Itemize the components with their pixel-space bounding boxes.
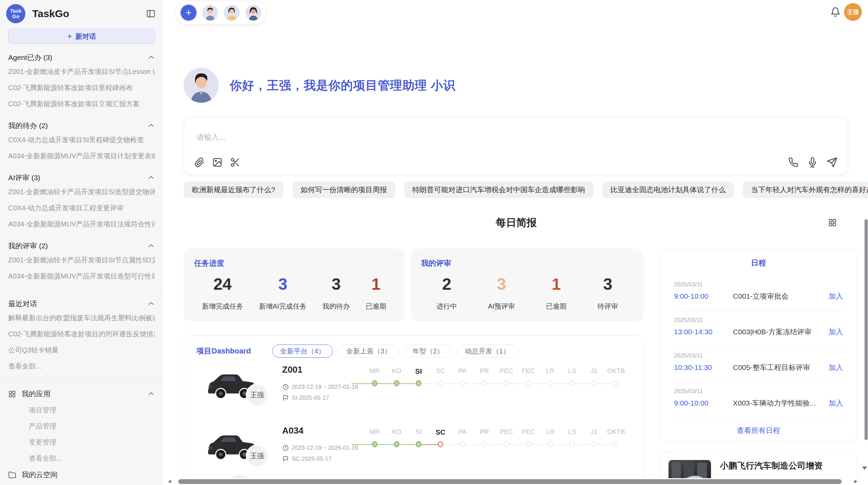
card-title: 我的评审 bbox=[421, 258, 634, 269]
suggestion-chip[interactable]: 当下年轻人对汽车外观有怎样的喜好趋势 bbox=[743, 182, 868, 198]
stat-value: 2 bbox=[436, 275, 457, 294]
sidebar-item[interactable]: C02-飞腾新能源轻客改款项目里程碑画布 bbox=[8, 80, 155, 96]
vertical-scrollbar-thumb[interactable] bbox=[865, 219, 868, 440]
scroll-right-arrow-icon[interactable] bbox=[854, 480, 857, 483]
sidebar-item[interactable]: C0X4-动力总成开发项目SI里程碑提交物检查 bbox=[8, 132, 155, 148]
sidebar-item[interactable]: C02-飞腾新能源轻客改款项目立项汇报方案 bbox=[8, 96, 155, 112]
schedule-title: 日程 bbox=[660, 249, 857, 268]
layout-grid-icon[interactable] bbox=[828, 218, 837, 229]
join-link[interactable]: 加入 bbox=[829, 363, 843, 372]
chevron-up-icon[interactable] bbox=[147, 174, 155, 182]
view-all-apps-link[interactable]: 查看全部... bbox=[29, 450, 163, 467]
sidebar-item-favorites[interactable]: 我的收藏 bbox=[8, 483, 155, 485]
app-link-change-mgmt[interactable]: 变更管理 bbox=[29, 434, 163, 450]
suggestion-chip[interactable]: 特朗普可能对进口汽车增税会对中国车企造成哪些影响 bbox=[404, 182, 593, 198]
suggestion-chip[interactable]: 欧洲新规最近颁布了什么? bbox=[184, 182, 284, 198]
stat-label: AI预评审 bbox=[488, 302, 515, 311]
milestone-dot bbox=[547, 441, 553, 447]
stat: 24新增完成任务 bbox=[202, 275, 243, 311]
add-agent-button[interactable]: + bbox=[181, 5, 196, 21]
scroll-down-arrow-icon[interactable] bbox=[862, 467, 867, 470]
chevron-up-icon[interactable] bbox=[147, 122, 155, 129]
milestone-dot bbox=[569, 441, 575, 447]
new-chat-button[interactable]: + 新对话 bbox=[8, 29, 155, 44]
agent-avatar-3[interactable] bbox=[245, 5, 261, 21]
chevron-up-icon[interactable] bbox=[147, 242, 155, 250]
project-row[interactable]: 王强 Z001 2023-12-19 ~ 2027-01-19 SI-2025-… bbox=[184, 356, 643, 417]
section-title: 最近对话 bbox=[8, 299, 37, 309]
card-title: 任务进度 bbox=[194, 258, 394, 269]
tab-model-year[interactable]: 年型（2） bbox=[405, 345, 451, 358]
scroll-left-arrow-icon[interactable] bbox=[168, 480, 171, 483]
sidebar-item[interactable]: A034-全新新能源MUV产品开发项目造型可行性评审 bbox=[8, 268, 155, 284]
chevron-up-icon[interactable] bbox=[147, 54, 155, 61]
milestone-dot bbox=[438, 380, 443, 386]
mic-icon[interactable] bbox=[807, 157, 818, 167]
send-icon[interactable] bbox=[827, 157, 837, 168]
recent-chat-item[interactable]: 公司Q3轻卡销量 bbox=[8, 342, 155, 358]
view-all-schedule-link[interactable]: 查看所有日程 bbox=[660, 418, 857, 435]
sidebar-item-cloud-space[interactable]: 我的云空间 bbox=[8, 467, 155, 483]
milestone-label: SC bbox=[430, 367, 451, 375]
agent-avatar-1[interactable] bbox=[202, 5, 218, 21]
sidebar: Task Go TaskGo + 新对话 Agent已办 (3) Z001-全新… bbox=[0, 0, 163, 485]
app-link-product-mgmt[interactable]: 产品管理 bbox=[29, 418, 163, 434]
sidebar-item[interactable]: A034-全新新能源MUV产品开发项目计划变更表编写 bbox=[8, 148, 155, 164]
avatar-illustration bbox=[245, 5, 261, 21]
tab-all-new-platform[interactable]: 全新平台（4） bbox=[272, 345, 333, 358]
project-row[interactable]: 王强 A034 2023-12-19 ~ 2026-01-19 SC-2025-… bbox=[184, 417, 643, 478]
join-link[interactable]: 加入 bbox=[829, 398, 843, 408]
divider bbox=[0, 380, 163, 380]
image-icon[interactable] bbox=[212, 157, 222, 167]
project-flag-milestone: SI-2025-05-17 bbox=[282, 395, 329, 401]
milestone-label: MR bbox=[364, 367, 386, 375]
date-range: 2023-12-19 ~ 2027-01-19 bbox=[292, 384, 358, 390]
paperclip-icon[interactable] bbox=[194, 157, 205, 167]
tab-powertrain[interactable]: 动总开发（1） bbox=[457, 345, 518, 358]
schedule-item: 2025/03/11 9:00-10:00 X003-车辆动力学性能验... 加… bbox=[674, 383, 843, 418]
user-avatar[interactable]: 王强 bbox=[844, 3, 862, 21]
recent-chat-item[interactable]: 解释最新出台的欧盟报废车法规再生塑料比例被调至15%... bbox=[8, 310, 155, 326]
view-all-chats-link[interactable]: 查看全部... bbox=[8, 358, 155, 374]
suggestion-chip[interactable]: 比亚迪全固态电池计划具体说了什么 bbox=[602, 182, 734, 198]
milestone-label-current: SC bbox=[430, 428, 451, 436]
join-link[interactable]: 加入 bbox=[829, 291, 843, 301]
phone-icon[interactable] bbox=[788, 157, 798, 167]
recent-chat-item[interactable]: C02-飞腾新能源轻客改款项目的闭环通告反馈情况 bbox=[8, 326, 155, 342]
milestone-labels: MR KO SI SC PA PR PEC FEC LR LS J1 OKTB bbox=[364, 367, 627, 375]
suggestion-chip[interactable]: 如何写一份清晰的项目周报 bbox=[292, 182, 395, 198]
message-composer[interactable]: 请输入... bbox=[184, 117, 848, 174]
sidebar-item[interactable]: C0X4-动力总成开发项目工程变更评审 bbox=[8, 200, 155, 216]
section-my-todo[interactable]: 我的待办 (2) bbox=[8, 121, 155, 130]
tab-new-body[interactable]: 全新上装（3） bbox=[338, 345, 399, 358]
schedule-item: 2025/03/11 9:00-10:00 C001-立项审批会 加入 bbox=[674, 276, 843, 311]
milestone-label: LR bbox=[539, 428, 561, 436]
section-ai-review[interactable]: AI评审 (3) bbox=[8, 173, 155, 183]
greeting-text: 你好，王强，我是你的项目管理助理 小识 bbox=[230, 77, 456, 94]
stat-label: 已逾期 bbox=[366, 302, 386, 311]
app-link-project-mgmt[interactable]: 项目管理 bbox=[29, 402, 163, 418]
horizontal-scrollbar bbox=[163, 478, 868, 485]
join-link[interactable]: 加入 bbox=[829, 327, 843, 337]
project-name: A034 bbox=[282, 425, 303, 436]
horizontal-scrollbar-thumb[interactable] bbox=[178, 479, 842, 484]
sidebar-item[interactable]: Z001-全新燃油轻卡产品开发项目SI造型提交物评审 bbox=[8, 184, 155, 200]
sidebar-item[interactable]: Z001-全新燃油皮卡产品开发项目SI节点Lesson Learn报告 bbox=[8, 64, 155, 80]
section-recent-chats[interactable]: 最近对话 bbox=[8, 299, 155, 309]
milestone-label: MR bbox=[364, 428, 386, 436]
section-my-review[interactable]: 我的评审 (2) bbox=[8, 241, 155, 251]
section-title: AI评审 (3) bbox=[8, 173, 40, 183]
agent-avatar-2[interactable] bbox=[224, 5, 240, 21]
sidebar-item-my-apps[interactable]: 我的应用 bbox=[8, 386, 155, 402]
collapse-sidebar-icon[interactable] bbox=[146, 9, 156, 18]
chevron-up-icon[interactable] bbox=[147, 300, 155, 308]
scissors-icon[interactable] bbox=[230, 157, 240, 167]
chevron-up-icon[interactable] bbox=[147, 390, 155, 398]
milestone-dot-done bbox=[416, 380, 421, 386]
notifications-bell-icon[interactable] bbox=[830, 7, 841, 18]
sidebar-item[interactable]: Z001-全新燃油轻卡产品开发项目SI节点属性5D文件评审 bbox=[8, 252, 155, 268]
sidebar-item[interactable]: A034-全新新能源MUV产品开发项目法规符合性评审 bbox=[8, 216, 155, 232]
milestone-dot-done bbox=[372, 441, 377, 447]
section-agent-done[interactable]: Agent已办 (3) bbox=[8, 53, 155, 62]
message-input[interactable]: 请输入... bbox=[196, 132, 835, 142]
